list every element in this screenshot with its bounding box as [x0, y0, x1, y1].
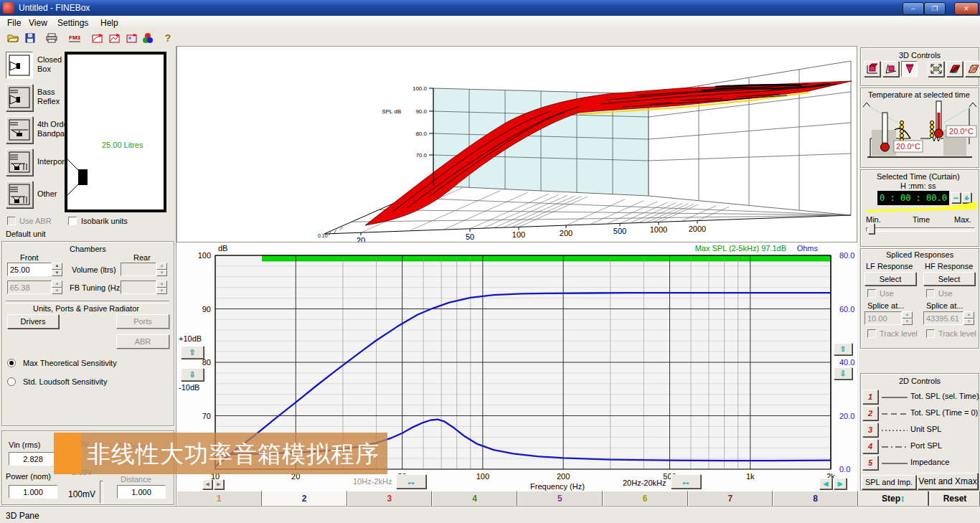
z-tick-label: 100.0	[413, 85, 428, 92]
view-3d-side-button[interactable]	[882, 61, 899, 77]
open-file-icon[interactable]	[6, 32, 20, 44]
shift-down-10db-button[interactable]: ⇩	[181, 368, 204, 381]
box-type-interport-button[interactable]	[6, 149, 33, 176]
controls-3d-title: 3D Controls	[899, 51, 941, 60]
tab-4[interactable]: 4	[432, 491, 517, 506]
tab-5[interactable]: 5	[517, 491, 603, 506]
tab-label: 5	[557, 494, 562, 504]
curve-number-icon: 4	[868, 442, 872, 451]
tab-2[interactable]: 2	[262, 491, 347, 506]
minimize-button[interactable]: –	[903, 2, 924, 15]
max-sensitivity-radio[interactable]	[7, 359, 16, 367]
box-type-other-button[interactable]	[6, 181, 33, 208]
curve-5-toggle-button[interactable]: 5	[862, 456, 878, 470]
fb-tuning-label: FB Tuning (Hz)	[70, 283, 123, 292]
title-bar: Untitled - FINEBox – ❒ ✕	[0, 0, 980, 16]
front-label: Front	[20, 253, 39, 262]
x-3d-tick-label: 2000	[689, 225, 706, 233]
imp-scale-up-button[interactable]: ⇧	[834, 343, 852, 355]
menu-view[interactable]: View	[26, 18, 50, 28]
menu-settings[interactable]: Settings	[55, 18, 91, 28]
zoom-low-range-button[interactable]: ↔	[396, 474, 426, 489]
imp-scale-down-button[interactable]: ⇩	[834, 367, 852, 380]
fit-view-button[interactable]	[928, 61, 944, 77]
menu-file[interactable]: File	[4, 18, 24, 28]
use-abr-checkbox	[7, 217, 16, 225]
y-axis-tick-label: 90	[202, 305, 211, 314]
units-ports-title: Units, Ports & Pasive Radiator	[33, 304, 139, 313]
spl-and-imp-button[interactable]: SPL and Imp.	[862, 475, 916, 489]
export-image-icon[interactable]	[125, 32, 139, 44]
scroll-left-small-button[interactable]: ◀	[202, 479, 212, 489]
hf-select-button[interactable]: Select	[923, 272, 975, 286]
help-tool-icon[interactable]: ?	[161, 32, 175, 44]
abr-button: ABR	[116, 334, 169, 349]
box-type-4th-order-bandpass-button[interactable]	[6, 116, 33, 143]
box-type-closed-box-button[interactable]	[6, 52, 33, 79]
std-sensitivity-radio[interactable]	[7, 377, 16, 386]
shift-up-10db-button[interactable]: ⇧	[181, 346, 204, 359]
front-volume-input[interactable]	[7, 263, 52, 276]
tab-1[interactable]: 1	[176, 491, 262, 506]
other-box-icon	[6, 182, 32, 207]
tab-8[interactable]: 8	[773, 491, 858, 506]
std-sensitivity-label: Std. Loudsoft Sensitivity	[23, 377, 107, 386]
legend-line-sample	[882, 395, 908, 400]
level-slider[interactable]	[100, 481, 103, 504]
power-input[interactable]	[9, 485, 57, 499]
fm3-tool-icon[interactable]: FM3	[66, 32, 83, 44]
tab-label: 3	[387, 494, 392, 504]
isobarik-checkbox[interactable]	[68, 217, 77, 225]
save-icon[interactable]	[23, 32, 37, 44]
menu-help[interactable]: Help	[98, 18, 121, 28]
surface-wire-button[interactable]	[965, 61, 980, 77]
curve-1-toggle-button[interactable]: 1	[862, 390, 878, 404]
time-format-label: H :mm: ss	[900, 182, 936, 190]
zoom-full-range-button[interactable]: ↔	[671, 474, 701, 489]
colors-tool-icon[interactable]	[141, 32, 155, 44]
pan-left-button[interactable]: ◀	[819, 478, 832, 489]
abr-button-label: ABR	[135, 337, 151, 346]
box-type-bass-reflex-button[interactable]	[6, 84, 33, 111]
close-button[interactable]: ✕	[954, 2, 979, 15]
range-low-label: 10Hz-2kHz	[353, 477, 392, 486]
tab-label: 4	[472, 494, 477, 504]
time-slider-track[interactable]	[866, 227, 975, 232]
distance-input[interactable]	[117, 485, 166, 499]
drivers-button[interactable]: Drivers	[7, 314, 59, 329]
print-icon[interactable]	[44, 32, 59, 44]
curve-4-toggle-button[interactable]: 4	[862, 439, 878, 453]
pan-right-button[interactable]: ▶	[834, 478, 847, 489]
vent-and-xmax-button[interactable]: Vent and Xmax	[918, 473, 978, 489]
temperature-diagram: 20.0°C 20.0°C	[860, 100, 979, 166]
range-full-label: 20Hz-20kHz	[623, 479, 666, 487]
export-graph1-icon[interactable]	[90, 32, 105, 44]
pane-3d[interactable]: 100.090.080.070.0SPL dB20501002005001000…	[176, 46, 857, 242]
rear-label: Rear	[133, 253, 151, 262]
restore-button[interactable]: ❒	[924, 2, 946, 15]
tab-6[interactable]: 6	[603, 491, 688, 506]
view-3d-front-button[interactable]	[864, 61, 880, 77]
legend-line-sample	[882, 445, 908, 449]
bandpass-icon	[6, 117, 32, 143]
x-axis-title: Frequency (Hz)	[530, 482, 585, 491]
time-slider-thumb[interactable]	[868, 223, 875, 234]
surface-solid-button[interactable]	[946, 61, 963, 77]
view-3d-cone-button[interactable]	[901, 61, 918, 77]
temperature-title: Temperature at selected time	[868, 90, 970, 99]
curve-3-toggle-button[interactable]: 3	[862, 423, 878, 437]
floor-gridline	[512, 197, 582, 227]
lf-splice-spinner	[902, 311, 913, 325]
tab-label: 6	[643, 494, 648, 504]
front-volume-spinner[interactable]	[52, 263, 62, 276]
export-graph2-icon[interactable]	[108, 32, 122, 44]
question-mark-icon: ?	[165, 32, 171, 44]
vin-input[interactable]	[9, 452, 57, 466]
reset-button[interactable]: Reset	[930, 491, 980, 506]
step-button[interactable]: Step↕	[858, 491, 928, 506]
tab-7[interactable]: 7	[688, 491, 773, 506]
curve-2-toggle-button[interactable]: 2	[862, 406, 878, 420]
lf-select-button[interactable]: Select	[864, 272, 916, 286]
scroll-right-small-button[interactable]: ▶	[214, 479, 224, 489]
tab-3[interactable]: 3	[347, 491, 433, 506]
